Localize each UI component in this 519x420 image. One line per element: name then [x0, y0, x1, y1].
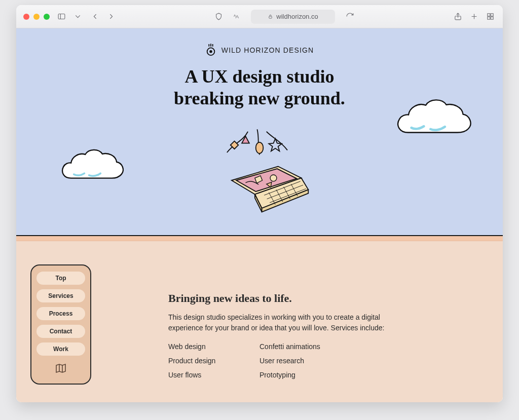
- brand-logo-icon: [205, 44, 216, 57]
- browser-toolbar: ᴬA wildhorizon.co: [16, 5, 503, 28]
- svg-rect-3: [269, 16, 272, 18]
- forward-button[interactable]: [105, 11, 117, 22]
- close-window-button[interactable]: [23, 14, 29, 20]
- browser-window: ᴬA wildhorizon.co: [16, 5, 503, 402]
- service-item: User flows: [168, 371, 260, 379]
- svg-rect-10: [491, 17, 493, 19]
- svg-rect-0: [58, 14, 65, 19]
- minimize-window-button[interactable]: [33, 14, 40, 20]
- brand-name: WILD HORIZON DESIGN: [221, 46, 314, 54]
- services-copy: Bringing new ideas to life. This design …: [168, 292, 432, 379]
- service-item: Confetti animations: [260, 342, 361, 351]
- service-item: User research: [260, 357, 361, 365]
- svg-point-15: [209, 50, 212, 53]
- services-list: Web design Confetti animations Product d…: [168, 342, 432, 379]
- lock-icon: [268, 14, 273, 19]
- services-intro: This design studio specializes in workin…: [168, 312, 386, 333]
- tab-overview-button[interactable]: [485, 11, 496, 22]
- url-text: wildhorizon.co: [276, 13, 318, 20]
- nav-link-work[interactable]: Work: [36, 342, 85, 356]
- svg-rect-8: [491, 14, 493, 16]
- svg-rect-7: [487, 14, 490, 16]
- service-item: Web design: [168, 342, 260, 351]
- new-tab-button[interactable]: [468, 11, 479, 22]
- website-settings-button[interactable]: ᴬA: [231, 11, 242, 22]
- services-section: Top Services Process Contact Work Bringi…: [16, 236, 503, 402]
- svg-rect-9: [487, 17, 490, 19]
- svg-marker-34: [56, 364, 65, 372]
- tab-group-chevron-icon[interactable]: [72, 11, 83, 22]
- svg-point-22: [270, 175, 277, 181]
- nav-link-services[interactable]: Services: [36, 289, 85, 302]
- back-button[interactable]: [89, 11, 100, 22]
- cloud-illustration-right: [391, 94, 477, 147]
- share-button[interactable]: [452, 11, 463, 22]
- services-heading: Bringing new ideas to life.: [168, 292, 432, 305]
- decorative-stripe: [16, 236, 503, 241]
- hero-section: WILD HORIZON DESIGN A UX design studio b…: [16, 28, 503, 236]
- service-item: Product design: [168, 357, 260, 365]
- service-item: Prototyping: [260, 371, 361, 379]
- nav-label: Top: [55, 275, 66, 282]
- window-controls: [23, 14, 50, 20]
- nav-link-process[interactable]: Process: [36, 307, 85, 320]
- svg-text:ᴬA: ᴬA: [234, 14, 239, 19]
- svg-marker-17: [242, 136, 249, 143]
- nav-label: Work: [53, 346, 68, 353]
- map-icon[interactable]: [55, 362, 67, 376]
- laptop-illustration: [204, 125, 315, 222]
- sidebar-toggle-button[interactable]: [56, 11, 67, 22]
- reload-button[interactable]: [344, 11, 355, 22]
- site-brand[interactable]: WILD HORIZON DESIGN: [205, 44, 314, 57]
- cloud-illustration-left: [57, 145, 133, 193]
- nav-label: Process: [49, 310, 73, 317]
- page-viewport: WILD HORIZON DESIGN A UX design studio b…: [16, 28, 503, 402]
- nav-label: Services: [48, 292, 73, 299]
- privacy-report-button[interactable]: [213, 11, 225, 22]
- zoom-window-button[interactable]: [44, 14, 50, 20]
- address-bar[interactable]: wildhorizon.co: [251, 10, 336, 24]
- headline-line-1: A UX design studio: [184, 66, 334, 87]
- nav-link-contact[interactable]: Contact: [36, 325, 85, 338]
- headline-line-2: breaking new ground.: [174, 88, 345, 108]
- nav-label: Contact: [50, 328, 72, 335]
- svg-point-18: [256, 142, 264, 154]
- nav-link-top[interactable]: Top: [36, 272, 85, 285]
- page-side-nav: Top Services Process Contact Work: [30, 264, 91, 385]
